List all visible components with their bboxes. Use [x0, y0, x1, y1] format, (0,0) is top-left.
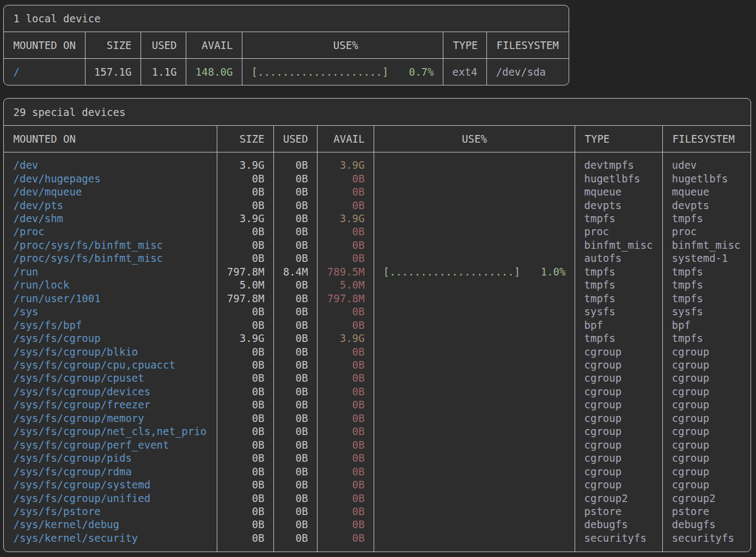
- used-cell: 0B: [274, 305, 318, 318]
- size-cell: 3.9G: [217, 212, 274, 225]
- use-percent-cell: [374, 292, 575, 305]
- size-cell: 3.9G: [217, 332, 274, 345]
- mount-cell: /sys/fs/cgroup: [4, 332, 217, 345]
- special-devices-title-row: 29 special devices: [4, 99, 751, 126]
- use-percent-cell: [374, 371, 575, 384]
- size-cell: 0B: [217, 345, 274, 358]
- mount-cell: /sys/fs/cgroup/memory: [4, 412, 217, 425]
- avail-cell: 0B: [318, 345, 374, 358]
- column-header-type: TYPE: [575, 126, 663, 152]
- filesystem-cell: tmpfs: [663, 212, 751, 225]
- used-cell: 0B: [274, 212, 318, 225]
- device-row: /sys/fs/cgroup/systemd0B0B0Bcgroupcgroup: [4, 478, 751, 491]
- used-cell: 0B: [274, 464, 318, 478]
- device-row: /proc/sys/fs/binfmt_misc0B0B0Bautofssyst…: [4, 252, 751, 265]
- filesystem-cell: cgroup: [663, 478, 751, 491]
- size-cell: 0B: [217, 464, 274, 478]
- special-devices-table: 29 special devices MOUNTED ONSIZEUSEDAVA…: [3, 98, 752, 552]
- used-cell: 0B: [274, 345, 318, 358]
- size-cell: 0B: [217, 172, 274, 185]
- use-percent-cell: [....................]0.7%: [242, 65, 443, 78]
- device-row: /sys0B0B0Bsysfssysfs: [4, 305, 751, 318]
- mount-cell: /sys/fs/cgroup/net_cls,net_prio: [4, 425, 217, 438]
- mount-cell: /run: [4, 265, 217, 278]
- filesystem-cell: bpf: [663, 318, 751, 331]
- filesystem-cell: cgroup: [663, 385, 751, 398]
- device-row: /dev/pts0B0B0Bdevptsdevpts: [4, 198, 751, 211]
- use-percent-cell: [374, 438, 575, 451]
- device-row: /sys/fs/cgroup/unified0B0B0Bcgroup2cgrou…: [4, 491, 751, 504]
- type-cell: cgroup: [575, 412, 663, 425]
- column-header-used: USED: [274, 126, 318, 152]
- device-row: /sys/fs/cgroup3.9G0B3.9Gtmpfstmpfs: [4, 332, 751, 345]
- local-devices-title: 1 local device: [14, 13, 101, 25]
- filesystem-cell: sysfs: [663, 305, 751, 318]
- size-cell: 0B: [217, 305, 274, 318]
- filesystem-cell: cgroup2: [663, 491, 751, 504]
- used-cell: 0B: [274, 185, 318, 198]
- filesystem-cell: proc: [663, 225, 751, 238]
- used-cell: 0B: [274, 505, 318, 518]
- usage-bar: [....................]: [252, 66, 389, 78]
- avail-cell: 0B: [318, 478, 374, 491]
- avail-cell: 789.5M: [318, 265, 374, 278]
- size-cell: 0B: [217, 318, 274, 331]
- size-cell: 0B: [217, 531, 274, 544]
- type-cell: binfmt_misc: [575, 238, 663, 252]
- column-header-mounted-on: MOUNTED ON: [4, 126, 217, 152]
- avail-cell: 0B: [318, 505, 374, 518]
- mount-cell: /sys/fs/cgroup/cpu,cpuacct: [4, 358, 217, 371]
- mount-cell: /sys/fs/cgroup/pids: [4, 451, 217, 464]
- use-percent-cell: [374, 491, 575, 504]
- type-cell: cgroup: [575, 478, 663, 491]
- use-percent-cell: [374, 278, 575, 291]
- used-cell: 0B: [274, 238, 318, 252]
- size-cell: 0B: [217, 185, 274, 198]
- device-row: /run797.8M8.4M789.5M[...................…: [4, 265, 751, 278]
- size-cell: 157.1G: [86, 65, 141, 78]
- mount-cell: /proc/sys/fs/binfmt_misc: [4, 238, 217, 252]
- filesystem-cell: binfmt_misc: [663, 238, 751, 252]
- avail-cell: 0B: [318, 451, 374, 464]
- mount-cell: /proc: [4, 225, 217, 238]
- type-cell: tmpfs: [575, 292, 663, 305]
- use-percent-cell: [374, 531, 575, 544]
- device-row: /run/user/1001797.8M0B797.8Mtmpfstmpfs: [4, 292, 751, 305]
- column-header-used: USED: [141, 32, 186, 58]
- filesystem-cell: cgroup: [663, 464, 751, 478]
- type-cell: pstore: [575, 505, 663, 518]
- mount-cell: /: [4, 65, 86, 78]
- avail-cell: 0B: [318, 172, 374, 185]
- size-cell: 797.8M: [217, 292, 274, 305]
- filesystem-cell: devpts: [663, 198, 751, 211]
- filesystem-cell: cgroup: [663, 425, 751, 438]
- type-cell: debugfs: [575, 518, 663, 531]
- mount-cell: /run/lock: [4, 278, 217, 291]
- use-percent-cell: [374, 451, 575, 464]
- used-cell: 0B: [274, 278, 318, 291]
- column-header-use-percent: USE%: [242, 32, 443, 58]
- used-cell: 0B: [274, 412, 318, 425]
- device-row: /sys/fs/pstore0B0B0Bpstorepstore: [4, 505, 751, 518]
- device-row: /sys/fs/cgroup/devices0B0B0Bcgroupcgroup: [4, 385, 751, 398]
- local-devices-title-row: 1 local device: [4, 5, 569, 33]
- used-cell: 0B: [274, 358, 318, 371]
- device-row: /dev/mqueue0B0B0Bmqueuemqueue: [4, 185, 751, 198]
- avail-cell: 0B: [318, 238, 374, 252]
- mount-cell: /sys/kernel/debug: [4, 518, 217, 531]
- mount-cell: /sys/fs/cgroup/unified: [4, 491, 217, 504]
- type-cell: cgroup: [575, 345, 663, 358]
- type-cell: cgroup2: [575, 491, 663, 504]
- device-row: /sys/fs/bpf0B0B0Bbpfbpf: [4, 318, 751, 331]
- device-row: /proc/sys/fs/binfmt_misc0B0B0Bbinfmt_mis…: [4, 238, 751, 252]
- used-cell: 0B: [274, 225, 318, 238]
- use-percent-cell: [374, 252, 575, 265]
- used-cell: 0B: [274, 385, 318, 398]
- mount-cell: /run/user/1001: [4, 292, 217, 305]
- mount-cell: /dev/pts: [4, 198, 217, 211]
- avail-cell: 0B: [318, 318, 374, 331]
- use-percent-cell: [374, 358, 575, 371]
- special-devices-title: 29 special devices: [14, 106, 126, 118]
- use-percent-cell: [374, 332, 575, 345]
- column-divider: [374, 126, 375, 552]
